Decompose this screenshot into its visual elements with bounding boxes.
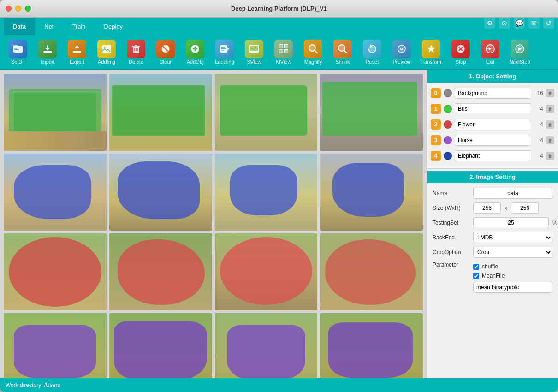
obj-delete-1[interactable]: 🗑 (546, 105, 554, 113)
list-item[interactable] (215, 74, 318, 151)
reset-label: Reset (366, 59, 379, 65)
close-button[interactable] (6, 6, 12, 12)
minimize-button[interactable] (15, 6, 21, 12)
transform-button[interactable]: Transform (417, 36, 445, 68)
export-button[interactable]: Export (63, 36, 91, 68)
shuffle-label: shuffle (482, 263, 498, 270)
shrink-label: Shrink (335, 59, 350, 65)
obj-name-input-4[interactable] (455, 150, 531, 161)
mview-button[interactable]: MView (269, 36, 298, 68)
obj-color-1 (444, 105, 452, 113)
list-item[interactable] (4, 233, 107, 310)
size-h-input[interactable] (511, 202, 539, 214)
image-panel[interactable]: ▲ (0, 70, 427, 378)
delete-button[interactable]: Delete (122, 36, 150, 68)
exit-icon (481, 40, 499, 58)
tab-deploy[interactable]: Deploy (95, 18, 132, 35)
labeling-button[interactable]: Labeling (210, 36, 239, 68)
refresh-icon[interactable]: ↺ (543, 18, 554, 29)
preview-button[interactable]: Preview (387, 36, 416, 68)
mail-icon[interactable]: ✉ (528, 18, 540, 29)
list-item[interactable] (109, 313, 212, 378)
sview-button[interactable]: SView (240, 36, 268, 68)
obj-name-input-1[interactable] (455, 103, 531, 114)
obj-id-1: 1 (431, 104, 441, 114)
magnify-button[interactable]: Magnify (299, 36, 327, 68)
svg-rect-1 (13, 45, 18, 48)
obj-delete-4[interactable]: 🗑 (546, 152, 554, 160)
testing-input[interactable] (473, 217, 549, 228)
shuffle-checkbox[interactable] (473, 264, 479, 270)
crop-select[interactable]: Crop None Center (473, 247, 552, 258)
obj-count-1: 4 (534, 106, 543, 112)
tab-data[interactable]: Data (4, 18, 35, 35)
reset-button[interactable]: Reset (358, 36, 386, 68)
addimg-button[interactable]: AddImg (92, 36, 121, 68)
shrink-button[interactable]: Shrink (328, 36, 357, 68)
svg-rect-31 (279, 45, 283, 48)
obj-name-input-3[interactable] (455, 135, 531, 146)
svg-rect-21 (221, 47, 225, 48)
list-item[interactable] (109, 74, 212, 151)
meanfile-label: MeanFile (482, 273, 505, 279)
obj-delete-0[interactable]: 🗑 (546, 89, 554, 97)
window-title: Deep Learning Platform (DLP)_V1 (231, 5, 327, 12)
list-item[interactable] (320, 74, 423, 151)
obj-color-0 (444, 89, 452, 97)
obj-name-input-2[interactable] (455, 119, 531, 130)
obj-id-3: 3 (431, 135, 441, 145)
list-item[interactable] (320, 154, 423, 231)
name-input[interactable] (473, 188, 552, 199)
list-item[interactable] (109, 233, 212, 310)
nextstep-label: NextStep (509, 59, 530, 65)
block-icon[interactable]: ⊘ (499, 18, 510, 29)
tab-net[interactable]: Net (35, 18, 63, 35)
mview-icon (274, 40, 293, 58)
transform-icon (422, 40, 440, 58)
labeling-icon (215, 40, 234, 58)
backend-label: BackEnd (433, 234, 469, 241)
clear-icon (156, 40, 175, 58)
obj-delete-3[interactable]: 🗑 (546, 136, 554, 144)
list-item[interactable] (320, 233, 423, 310)
obj-id-4: 4 (431, 151, 441, 161)
settings-icon[interactable]: ⚙ (484, 18, 495, 29)
testing-row: TestingSet % (433, 217, 552, 228)
list-item[interactable] (109, 154, 212, 231)
object-row-horse: 3 4 🗑 (431, 133, 554, 147)
list-item[interactable] (4, 313, 107, 378)
list-item[interactable] (320, 313, 423, 378)
backend-select[interactable]: LMDB HDF5 LevelDB (473, 232, 552, 243)
obj-name-input-0[interactable] (455, 88, 531, 99)
sview-icon (245, 40, 263, 58)
exit-button[interactable]: Exit (476, 36, 505, 68)
size-w-input[interactable] (473, 202, 501, 214)
mean-input[interactable] (473, 282, 552, 293)
object-list: 0 16 🗑 1 4 🗑 2 (427, 83, 558, 166)
percent-label: % (552, 220, 558, 226)
maximize-button[interactable] (25, 6, 31, 12)
stop-label: Stop (456, 59, 466, 65)
setdir-button[interactable]: SetDir (4, 36, 32, 68)
svg-point-7 (104, 47, 106, 48)
addobj-button[interactable]: AddObj (181, 36, 209, 68)
svg-rect-5 (73, 51, 81, 53)
tab-train[interactable]: Train (63, 18, 95, 35)
object-row-flower: 2 4 🗑 (431, 118, 554, 131)
list-item[interactable] (215, 233, 318, 310)
list-item[interactable] (215, 154, 318, 231)
setdir-icon (9, 40, 27, 58)
clear-button[interactable]: Clear (151, 36, 180, 68)
obj-delete-2[interactable]: 🗑 (546, 120, 554, 129)
list-item[interactable] (4, 74, 107, 151)
stop-button[interactable]: Stop (446, 36, 475, 68)
list-item[interactable] (4, 154, 107, 231)
meanfile-checkbox[interactable] (473, 273, 479, 279)
list-item[interactable] (215, 313, 318, 378)
import-button[interactable]: Import (33, 36, 62, 68)
object-row-background: 0 16 🗑 (431, 86, 554, 100)
chat-icon[interactable]: 💬 (514, 18, 525, 29)
svg-rect-22 (221, 48, 226, 49)
svg-line-36 (315, 50, 317, 53)
nextstep-button[interactable]: NextStep (505, 36, 534, 68)
